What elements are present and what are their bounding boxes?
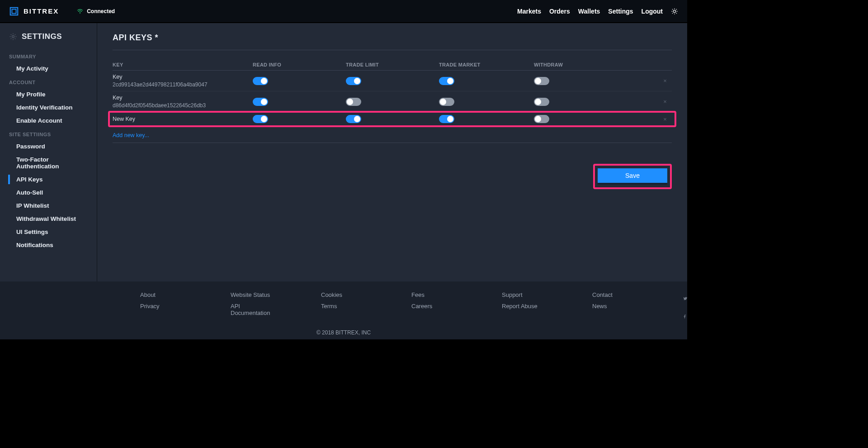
theme-toggle-icon[interactable] <box>671 8 678 15</box>
toggle-readinfo[interactable] <box>253 77 268 85</box>
toggle-withdraw[interactable] <box>534 77 549 85</box>
footer-link-about[interactable]: About <box>140 291 190 298</box>
toggle-tradelimit[interactable] <box>346 115 361 123</box>
footer-link-fees[interactable]: Fees <box>411 291 461 298</box>
footer-link-careers[interactable]: Careers <box>411 303 461 310</box>
add-row: Add new key... <box>113 126 672 143</box>
key-label: New Key <box>113 115 253 123</box>
sidebar-item-my-profile[interactable]: My Profile <box>0 88 97 101</box>
logo-icon <box>9 6 19 16</box>
table-row: Keyd86d4f0d2f0545bdaee1522645c26db3× <box>113 91 672 112</box>
toggle-tradelimit[interactable] <box>346 98 361 106</box>
remove-key-button[interactable]: × <box>658 116 672 123</box>
svg-line-10 <box>672 13 673 13</box>
toggle-trademarket[interactable] <box>439 115 454 123</box>
copyright: © 2018 BITTREX, INC <box>0 329 687 336</box>
brand[interactable]: BITTREX <box>9 6 59 16</box>
key-value: 2cd99143ae2d449798211f06a4ba9047 <box>113 81 253 88</box>
footer-link-website-status[interactable]: Website Status <box>231 291 280 298</box>
svg-line-9 <box>676 13 677 13</box>
key-cell: New Key <box>113 115 253 123</box>
sidebar-item-auto-sell[interactable]: Auto-Sell <box>0 186 97 199</box>
nav-markets[interactable]: Markets <box>517 8 541 15</box>
key-value: d86d4f0d2f0545bdaee1522645c26db3 <box>113 102 253 109</box>
sidebar-group-label: SUMMARY <box>0 54 97 59</box>
col-trademarket: TRADE MARKET <box>439 62 534 67</box>
sidebar-item-notifications[interactable]: Notifications <box>0 238 97 252</box>
sidebar-item-withdrawal-whitelist[interactable]: Withdrawal Whitelist <box>0 212 97 225</box>
nav-orders[interactable]: Orders <box>549 8 570 15</box>
key-cell: Key2cd99143ae2d449798211f06a4ba9047 <box>113 73 253 88</box>
sidebar-heading: SETTINGS <box>22 32 62 41</box>
brand-name: BITTREX <box>24 7 59 15</box>
main-content: API KEYS * KEY READ INFO TRADE LIMIT TRA… <box>97 23 687 281</box>
topbar: BITTREX Connected Markets Orders Wallets… <box>0 0 687 23</box>
col-readinfo: READ INFO <box>253 62 346 67</box>
key-label: Key <box>113 94 253 102</box>
svg-point-2 <box>80 12 80 13</box>
toggle-tradelimit[interactable] <box>346 77 361 85</box>
remove-key-button[interactable]: × <box>658 98 672 105</box>
remove-key-button[interactable]: × <box>658 77 672 84</box>
nav-wallets[interactable]: Wallets <box>578 8 600 15</box>
toggle-withdraw[interactable] <box>534 98 549 106</box>
nav-settings[interactable]: Settings <box>608 8 633 15</box>
footer-link-news[interactable]: News <box>592 303 642 310</box>
svg-rect-1 <box>12 9 16 13</box>
save-highlight: Save <box>593 164 672 189</box>
col-key: KEY <box>113 62 253 67</box>
page-title: API KEYS * <box>113 33 672 50</box>
toggle-trademarket[interactable] <box>439 77 454 85</box>
table-header: KEY READ INFO TRADE LIMIT TRADE MARKET W… <box>113 62 672 71</box>
sidebar-item-ui-settings[interactable]: UI Settings <box>0 225 97 238</box>
sidebar-item-identity-verification[interactable]: Identity Verification <box>0 101 97 114</box>
toggle-readinfo[interactable] <box>253 98 268 106</box>
bottom-blackbar <box>0 339 687 355</box>
footer-link-support[interactable]: Support <box>502 291 552 298</box>
key-label: Key <box>113 73 253 81</box>
social-twitter[interactable]: Follow Us On Twitter <box>683 291 687 305</box>
gear-icon <box>9 33 17 41</box>
col-withdraw: WITHDRAW <box>534 62 658 67</box>
top-nav: Markets Orders Wallets Settings Logout <box>517 8 678 15</box>
api-keys-table: KEY READ INFO TRADE LIMIT TRADE MARKET W… <box>113 62 672 143</box>
sidebar-item-api-keys[interactable]: API Keys <box>0 173 97 186</box>
connection-status: Connected <box>77 8 115 14</box>
footer-link-api-documentation[interactable]: API Documentation <box>231 303 280 316</box>
svg-point-12 <box>12 36 14 38</box>
footer-link-privacy[interactable]: Privacy <box>140 303 190 310</box>
sidebar-item-ip-whitelist[interactable]: IP Whitelist <box>0 199 97 212</box>
toggle-trademarket[interactable] <box>439 98 454 106</box>
sidebar: SETTINGS SUMMARYMy ActivityACCOUNTMy Pro… <box>0 23 97 281</box>
save-button[interactable]: Save <box>598 168 667 185</box>
footer: AboutPrivacyWebsite StatusAPI Documentat… <box>0 281 687 339</box>
sidebar-title: SETTINGS <box>0 32 97 49</box>
footer-link-report-abuse[interactable]: Report Abuse <box>502 303 552 310</box>
nav-logout[interactable]: Logout <box>642 8 663 15</box>
twitter-icon <box>683 295 687 301</box>
connected-label: Connected <box>87 8 115 14</box>
footer-link-terms[interactable]: Terms <box>321 303 371 310</box>
sidebar-item-password[interactable]: Password <box>0 140 97 153</box>
sidebar-item-enable-account[interactable]: Enable Account <box>0 114 97 127</box>
svg-point-3 <box>673 10 675 12</box>
svg-line-8 <box>672 9 673 10</box>
facebook-icon <box>683 314 687 319</box>
footer-link-contact[interactable]: Contact <box>592 291 642 298</box>
table-row: New Key× <box>113 112 672 126</box>
svg-line-11 <box>676 9 677 10</box>
table-row: Key2cd99143ae2d449798211f06a4ba9047× <box>113 71 672 91</box>
sidebar-item-my-activity[interactable]: My Activity <box>0 62 97 75</box>
add-new-key-link[interactable]: Add new key... <box>113 132 149 138</box>
sidebar-item-two-factor-authentication[interactable]: Two-Factor Authentication <box>0 153 97 173</box>
social-facebook[interactable]: Like Us On Facebook <box>683 310 687 323</box>
footer-link-cookies[interactable]: Cookies <box>321 291 371 298</box>
toggle-readinfo[interactable] <box>253 115 268 123</box>
key-cell: Keyd86d4f0d2f0545bdaee1522645c26db3 <box>113 94 253 109</box>
sidebar-group-label: SITE SETTIINGS <box>0 132 97 137</box>
col-tradelimit: TRADE LIMIT <box>346 62 439 67</box>
wifi-icon <box>77 8 83 14</box>
sidebar-group-label: ACCOUNT <box>0 80 97 85</box>
toggle-withdraw[interactable] <box>534 115 549 123</box>
svg-rect-0 <box>10 7 18 15</box>
